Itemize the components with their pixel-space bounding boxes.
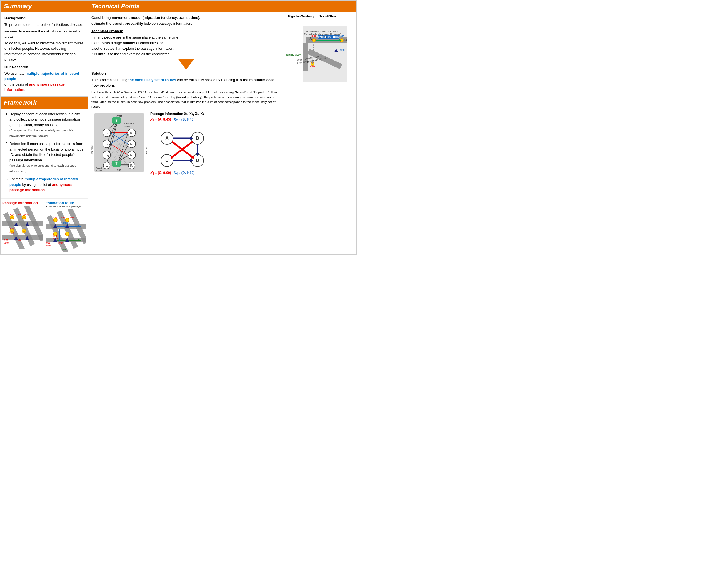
svg-text:10:00: 10:00 <box>58 242 63 244</box>
svg-text:Probability : High: Probability : High <box>318 36 339 38</box>
blue-trajectories: multiple trajectories of infected people <box>4 71 79 81</box>
technical-problem-heading: Technical Problem <box>91 29 281 33</box>
svg-text:10:05: 10:05 <box>69 216 74 218</box>
background-heading: Background <box>4 16 84 20</box>
right-main: Considering movement model (migration te… <box>88 12 284 254</box>
bg-line-2: we need to measure the risk of infection… <box>4 28 84 39</box>
svg-text:9:45: 9:45 <box>10 228 14 229</box>
our-research-text: We estimate multiple trajectories of inf… <box>4 71 84 92</box>
estimation-route-label: Estimation route ▲ Sensor that records p… <box>46 201 86 208</box>
passage-equations: X1 = (A, 8:45) X2 = (B, 8:45) <box>150 118 281 122</box>
svg-text:Route 1: Route 1 <box>61 222 70 224</box>
framework-title: Framework <box>4 99 36 106</box>
svg-text:⊛: ⊛ <box>11 216 13 219</box>
svg-rect-4 <box>2 235 42 240</box>
summary-title: Summary <box>4 3 32 10</box>
technical-problem-text: If many people are in the same place at … <box>91 35 281 57</box>
transit-time-box: Transit Time <box>318 14 338 19</box>
estimation-route-diagram: Estimation route ▲ Sensor that records p… <box>46 201 86 253</box>
our-research-heading: Our Research <box>4 65 84 69</box>
flow-svg: start S L₁ L₂ L₃ L₄ <box>91 112 147 173</box>
summary-header: Summary <box>1 1 87 12</box>
bg-line-1: To prevent future outbreaks of infectiou… <box>4 22 84 27</box>
passage-svg: ⊛ 9:00 ⊛ 9:30 10:05 ⊛ 9:45 10:15 ⊛ <box>2 206 42 249</box>
svg-text:Probability : Low: Probability : Low <box>286 53 302 56</box>
right-content: Considering movement model (migration te… <box>88 12 356 254</box>
solution-detail-text: By "Pass through A" = "Arrive at A"+"Dep… <box>91 90 281 109</box>
svg-text:L₃: L₃ <box>105 153 108 156</box>
svg-text:9:45: 9:45 <box>53 235 57 237</box>
svg-text:9:30: 9:30 <box>18 214 21 215</box>
svg-point-38 <box>65 232 69 236</box>
svg-text:9:05: 9:05 <box>310 65 315 68</box>
arrow-down-indicator <box>91 59 281 70</box>
technical-points-header: Technical Points <box>88 1 356 12</box>
abcd-graph-svg: A B C D <box>150 124 214 169</box>
svg-text:Route 2: Route 2 <box>61 248 70 251</box>
svg-text:start: start <box>117 114 122 118</box>
migration-tendency-box: Migration Tendency <box>286 14 316 19</box>
migration-svg: A 9:00 B 9:30 C 9:05 9:30 <box>286 21 353 82</box>
svg-text:at time tᵢ.: at time tᵢ. <box>124 125 132 127</box>
main-container: Summary Background To prevent future out… <box>0 0 357 255</box>
svg-text:B: B <box>344 38 347 42</box>
svg-text:A: A <box>165 136 169 141</box>
svg-point-32 <box>65 218 69 222</box>
right-panel: Technical Points Considering movement mo… <box>88 1 356 254</box>
left-panel: Summary Background To prevent future out… <box>1 1 88 254</box>
svg-text:10:05: 10:05 <box>24 214 29 215</box>
passage-equations-bottom: X3 = (C, 9:00) X4 = (D, 9:10) <box>150 171 281 175</box>
svg-text:10:00: 10:00 <box>16 239 21 241</box>
bg-line-3: To do this, we want to know the movement… <box>4 41 84 62</box>
svg-point-129 <box>312 39 316 42</box>
solution-heading: Solution <box>91 71 281 76</box>
solution-text-main: The problem of finding the most likely s… <box>91 77 281 88</box>
sensor-label: ▲ Sensor that records passage <box>46 205 86 208</box>
migration-boxes: Migration Tendency Transit Time <box>286 14 355 19</box>
passage-info-diagram: Passage information ⊛ 9:00 <box>2 201 43 253</box>
framework-item-1: Deploy sensors at each intersection in a… <box>9 111 84 139</box>
estimation-label-text: Estimation route <box>46 201 74 205</box>
eq-x3: X3 = (C, 9:00) <box>150 171 171 175</box>
svg-text:S: S <box>115 119 118 123</box>
eq-x1: X1 = (A, 8:45) <box>150 118 171 122</box>
svg-text:⊛: ⊛ <box>23 216 25 219</box>
framework-item-3: Estimate multiple trajectories of infect… <box>9 176 84 193</box>
svg-text:10:00: 10:00 <box>4 242 8 244</box>
framework-content: Deploy sensors at each intersection in a… <box>1 109 87 198</box>
bottom-left-diagrams: Passage information ⊛ 9:00 <box>1 198 87 254</box>
flow-diagram-container: start S L₁ L₂ L₃ L₄ <box>91 112 147 174</box>
background-section: Background To prevent future outbreaks o… <box>1 12 87 97</box>
svg-rect-127 <box>303 43 308 71</box>
svg-text:L₁: L₁ <box>105 131 108 134</box>
svg-rect-3 <box>2 222 42 226</box>
svg-text:(Probability density of taking: (Probability density of taking 30 minute… <box>303 33 341 35</box>
technical-points-title: Technical Points <box>91 3 140 10</box>
svg-text:L₂: L₂ <box>105 143 108 146</box>
red-passage-info: anonymous passage information <box>4 82 65 92</box>
svg-text:10:00: 10:00 <box>46 245 51 247</box>
framework-list: Deploy sensors at each intersection in a… <box>4 111 84 193</box>
svg-point-30 <box>53 218 57 222</box>
svg-text:R₄: R₄ <box>130 164 133 167</box>
svg-text:9:00: 9:00 <box>10 214 14 215</box>
svg-text:D: D <box>196 158 199 163</box>
passage-info-label: Passage information <box>2 201 43 205</box>
svg-text:end: end <box>117 169 122 172</box>
svg-text:9:30: 9:30 <box>4 239 8 241</box>
svg-text:9:30: 9:30 <box>46 242 50 244</box>
svg-text:9:30: 9:30 <box>61 216 64 218</box>
svg-text:R₃: R₃ <box>130 153 133 156</box>
svg-text:Arrive at vᵢ: Arrive at vᵢ <box>124 123 134 125</box>
svg-text:9:30: 9:30 <box>340 49 345 51</box>
bottom-right-diagrams: start S L₁ L₂ L₃ L₄ <box>91 112 281 175</box>
passage-info-right-diagram: Passage information X₁, X₂, X₃, X₄ X1 = … <box>150 112 281 175</box>
svg-text:(Probability of going from A t: (Probability of going from A to B) × <box>307 30 338 33</box>
svg-text:9:00: 9:00 <box>53 216 57 218</box>
svg-text:R₁: R₁ <box>130 131 133 134</box>
svg-text:at time tᵢ.: at time tᵢ. <box>96 169 104 172</box>
passage-info-title: Passage information X₁, X₂, X₃, X₄ <box>150 112 281 116</box>
migration-diagram-panel: Migration Tendency Transit Time A <box>284 12 356 254</box>
svg-text:T: T <box>115 162 118 166</box>
solution-blue: the most likely set of routes <box>128 78 176 82</box>
